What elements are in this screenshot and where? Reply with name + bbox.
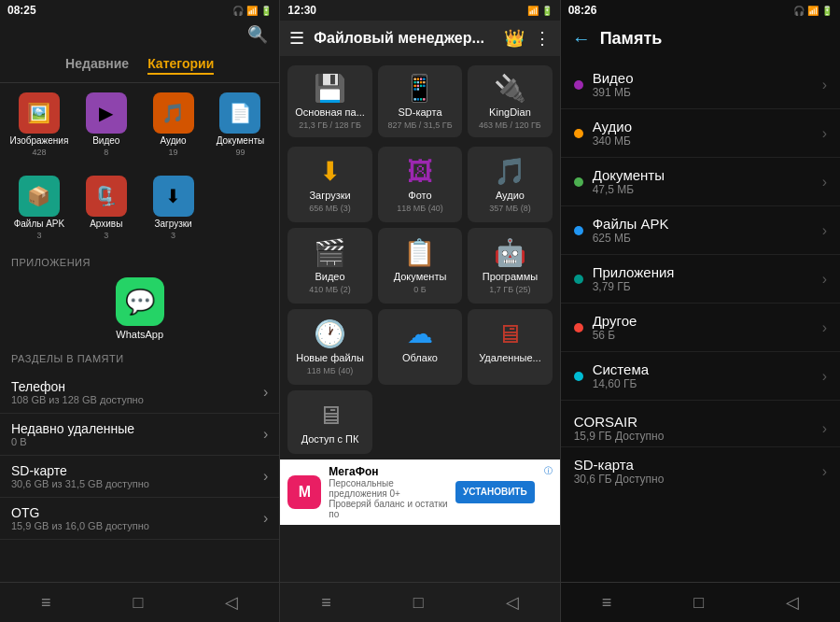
recent-files-cat-size: 118 МБ (40) — [307, 366, 353, 375]
file-cat-apps[interactable]: 🤖 Программы 1,7 ГБ (25) — [468, 228, 552, 304]
storage-list-item-apps[interactable]: Приложения 3,79 ГБ › — [561, 255, 840, 304]
nav-home-icon[interactable]: □ — [133, 593, 143, 613]
cat-item-audio[interactable]: 🎵 Аудио 19 — [142, 92, 205, 157]
cat-label-apk: Файлы APK — [14, 219, 65, 229]
nav3-back-icon[interactable]: ◁ — [786, 592, 799, 613]
nav2-back-icon[interactable]: ◁ — [506, 592, 519, 613]
memory-item-recently-deleted[interactable]: Недавно удаленные 0 В › — [0, 414, 279, 456]
video-cat-name: Видео — [315, 271, 344, 282]
categories-grid: 🖼️ Изображения 428 ▶ Видео 8 🎵 Аудио 19 … — [0, 83, 279, 166]
file-cat-video[interactable]: 🎬 Видео 410 МБ (2) — [287, 228, 371, 304]
storage-list-item-other[interactable]: Другое 56 Б › — [561, 304, 840, 352]
tab-recent[interactable]: Недавние — [65, 56, 129, 75]
more-options-icon[interactable]: ⋮ — [534, 28, 551, 49]
arrow-video-icon: › — [822, 77, 827, 93]
file-cat-recent-files[interactable]: 🕐 Новые файлы 118 МБ (40) — [287, 309, 371, 385]
cat-label-images: Изображения — [9, 135, 68, 146]
storage-list-item-audio[interactable]: Аудио 340 МБ › — [561, 109, 840, 158]
pc-access-icon: 🖥 — [317, 400, 343, 431]
storage-name-documents: Документы — [593, 167, 665, 183]
cat-icon-audio: 🎵 — [153, 92, 194, 134]
panel2-topbar: ☰ Файловый менеджер... 👑 ⋮ — [280, 21, 559, 56]
storage-size-audio: 340 МБ — [593, 134, 632, 148]
memory-item-phone[interactable]: Телефон 108 GB из 128 GB доступно › — [0, 372, 279, 414]
corsair-sub: 15,9 ГБ Доступно — [574, 430, 665, 443]
cat-item-apk[interactable]: 📦 Файлы APK 3 — [7, 176, 71, 240]
nav3-home-icon[interactable]: □ — [693, 593, 704, 613]
cloud-category-icon: ☁ — [407, 318, 433, 349]
file-cat-deleted[interactable]: 🖥 Удаленные... — [468, 309, 552, 385]
nav2-menu-icon[interactable]: ≡ — [321, 593, 331, 613]
sd-card-icon: 📱 — [403, 73, 436, 104]
cat-label-archives: Архивы — [90, 219, 122, 229]
back-icon[interactable]: ← — [572, 28, 591, 49]
cat-icon-docs: 📄 — [219, 92, 260, 134]
apps-cat-name: Программы — [483, 271, 538, 282]
pc-access-cat-name: Доступ с ПК — [301, 433, 359, 445]
hamburger-icon[interactable]: ☰ — [289, 28, 304, 49]
memory-item-sd-card[interactable]: SD-карте 30,6 GB из 31,5 GB доступно › — [0, 456, 279, 498]
arrow-audio-icon: › — [822, 125, 827, 142]
photos-category-icon: 🖼 — [407, 156, 433, 187]
nav2-home-icon[interactable]: □ — [413, 593, 424, 613]
file-cat-audio[interactable]: 🎵 Аудио 357 МБ (8) — [468, 147, 552, 222]
cat-label-audio: Аудио — [160, 135, 186, 146]
storage-card-kingdian[interactable]: 🔌 KingDian 463 МБ / 120 ГБ — [468, 65, 552, 137]
audio-cat-size: 357 МБ (8) — [489, 204, 530, 213]
file-cat-cloud[interactable]: ☁ Облако — [378, 309, 462, 385]
cat-icon-archives: 🗜️ — [86, 176, 127, 217]
panel3-topbar: ← Память — [561, 21, 840, 57]
ad-info-icon: ⓘ — [544, 465, 553, 477]
nav3-menu-icon[interactable]: ≡ — [602, 593, 612, 613]
storage-card-sd[interactable]: 📱 SD-карта 827 МБ / 31,5 ГБ — [378, 65, 462, 137]
panel1-nav-bar: ≡ □ ◁ — [0, 582, 279, 622]
status-icons-panel3: 🎧📶🔋 — [793, 6, 833, 16]
panel3-nav-bar: ≡ □ ◁ — [561, 582, 840, 622]
file-cat-documents[interactable]: 📋 Документы 0 Б — [378, 228, 462, 304]
cat-icon-apk: 📦 — [19, 176, 60, 217]
memory-section: Телефон 108 GB из 128 GB доступно › Неда… — [0, 368, 279, 544]
cat-item-video[interactable]: ▶ Видео 8 — [75, 92, 138, 157]
documents-cat-name: Документы — [394, 271, 447, 282]
memory-sub-phone: 108 GB из 128 GB доступно — [11, 394, 144, 405]
storage-list-item-apk[interactable]: Файлы APK 625 МБ › — [561, 206, 840, 255]
cat-item-images[interactable]: 🖼️ Изображения 428 — [7, 92, 71, 157]
sd-section[interactable]: SD-карта 30,6 ГБ Доступно › — [561, 446, 840, 495]
file-cat-pc-access[interactable]: 🖥 Доступ с ПК — [287, 390, 371, 454]
pc-access-grid: 🖥 Доступ с ПК — [280, 390, 559, 459]
memory-sub-otg: 15,9 GB из 16,0 GB доступно — [11, 520, 149, 531]
cat-item-archives[interactable]: 🗜️ Архивы 3 — [75, 176, 138, 240]
recent-files-category-icon: 🕐 — [314, 318, 346, 349]
cat-icon-downloads: ⬇ — [153, 176, 194, 217]
ad-install-button[interactable]: УСТАНОВИТЬ — [455, 481, 535, 503]
kingdian-name: KingDian — [489, 106, 531, 118]
dot-apps — [574, 275, 583, 284]
nav-back-icon[interactable]: ◁ — [225, 592, 238, 613]
panel-recent-categories: 08:25 🎧📶🔋 🔍 Недавние Категории 🖼️ Изобра… — [0, 0, 279, 622]
nav-menu-icon[interactable]: ≡ — [41, 593, 51, 613]
storage-list-item-video[interactable]: Видео 391 МБ › — [561, 61, 840, 109]
file-cat-photos[interactable]: 🖼 Фото 118 МБ (40) — [378, 147, 462, 222]
memory-sub-sd-card: 30,6 GB из 31,5 GB доступно — [11, 478, 149, 489]
file-cat-downloads[interactable]: ⬇ Загрузки 656 МБ (3) — [287, 147, 371, 222]
storage-size-system: 14,60 ГБ — [593, 377, 649, 390]
cat-item-docs[interactable]: 📄 Документы 99 — [208, 92, 272, 157]
tab-categories[interactable]: Категории — [147, 56, 214, 75]
panel2-nav-bar: ≡ □ ◁ — [280, 582, 559, 622]
file-categories-grid: ⬇ Загрузки 656 МБ (3) 🖼 Фото 118 МБ (40)… — [280, 147, 559, 390]
search-icon[interactable]: 🔍 — [247, 24, 268, 45]
storage-size-apk: 625 МБ — [593, 232, 669, 245]
sd-card-sub: 30,6 ГБ Доступно — [574, 473, 665, 486]
storage-list-item-documents[interactable]: Документы 47,5 МБ › — [561, 158, 840, 206]
corsair-title: CORSAIR — [574, 414, 665, 430]
status-bar-panel2: 12:30 📶🔋 — [280, 0, 559, 21]
app-item-whatsapp[interactable]: 💬 WhatsApp — [11, 277, 268, 340]
memory-item-otg[interactable]: OTG 15,9 GB из 16,0 GB доступно › — [0, 498, 279, 540]
cat-count-docs: 99 — [235, 148, 245, 157]
arrow-sd-card-icon: › — [822, 463, 827, 480]
storage-card-main[interactable]: 💾 Основная па... 21,3 ГБ / 128 ГБ — [287, 65, 371, 137]
status-bar-panel1: 08:25 🎧📶🔋 — [0, 0, 279, 21]
storage-list-item-system[interactable]: Система 14,60 ГБ › — [561, 352, 840, 401]
corsair-item[interactable]: CORSAIR 15,9 ГБ Доступно › — [574, 414, 827, 443]
cat-item-downloads[interactable]: ⬇ Загрузки 3 — [142, 176, 205, 240]
